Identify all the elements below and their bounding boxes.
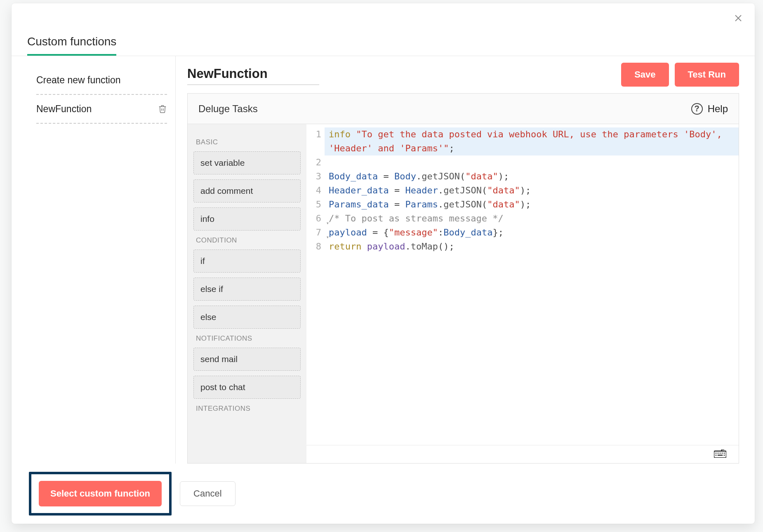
close-icon[interactable] bbox=[733, 13, 743, 23]
code-line[interactable]: 4Header_data = Header.getJSON("data"); bbox=[306, 184, 739, 198]
line-number: 4 bbox=[306, 184, 325, 198]
code-content[interactable]: /* To post as streams message */ bbox=[325, 212, 739, 226]
code-content[interactable]: info "To get the data posted via webhook… bbox=[325, 127, 739, 155]
task-card[interactable]: info bbox=[193, 207, 301, 231]
editor-frame: Deluge Tasks ? Help BASICset variableadd… bbox=[187, 93, 739, 464]
task-card[interactable]: post to chat bbox=[193, 376, 301, 399]
task-card[interactable]: if bbox=[193, 250, 301, 273]
code-content[interactable] bbox=[325, 155, 739, 169]
save-button[interactable]: Save bbox=[621, 63, 669, 87]
select-button-highlight: Select custom function bbox=[29, 472, 172, 516]
code-line[interactable]: 7▾payload = {"message":Body_data}; bbox=[306, 226, 739, 240]
function-item-label: NewFunction bbox=[36, 104, 92, 115]
functions-list: Create new functionNewFunction bbox=[12, 56, 176, 464]
svg-rect-8 bbox=[722, 452, 723, 454]
task-card[interactable]: else if bbox=[193, 278, 301, 301]
code-line[interactable]: 1info "To get the data posted via webhoo… bbox=[306, 127, 739, 155]
cancel-button[interactable]: Cancel bbox=[180, 481, 235, 506]
task-group-heading: CONDITION bbox=[196, 236, 298, 245]
code-line[interactable]: 2 bbox=[306, 155, 739, 169]
code-line[interactable]: 8return payload.toMap(); bbox=[306, 240, 739, 254]
svg-rect-2 bbox=[714, 451, 726, 457]
line-number: 1 bbox=[306, 127, 325, 155]
code-content[interactable]: Body_data = Body.getJSON("data"); bbox=[325, 169, 739, 184]
svg-rect-10 bbox=[716, 454, 717, 456]
task-card[interactable]: send mail bbox=[193, 348, 301, 371]
svg-rect-5 bbox=[716, 452, 717, 454]
task-group-heading: INTEGRATIONS bbox=[196, 405, 298, 413]
svg-rect-11 bbox=[724, 454, 725, 456]
code-content[interactable]: Header_data = Header.getJSON("data"); bbox=[325, 184, 739, 198]
editor-pane: Save Test Run Deluge Tasks ? Help BASICs… bbox=[176, 56, 755, 464]
code-content[interactable]: Params_data = Params.getJSON("data"); bbox=[325, 198, 739, 212]
modal-tabs: Custom functions bbox=[12, 3, 755, 56]
help-label: Help bbox=[708, 103, 728, 115]
code-content[interactable]: return payload.toMap(); bbox=[325, 240, 739, 254]
svg-rect-6 bbox=[718, 452, 719, 454]
code-panel: 1info "To get the data posted via webhoo… bbox=[306, 124, 739, 463]
line-number: 8 bbox=[306, 240, 325, 254]
code-content[interactable]: payload = {"message":Body_data}; bbox=[325, 226, 739, 240]
keyboard-icon[interactable] bbox=[714, 450, 726, 459]
tab-custom-functions[interactable]: Custom functions bbox=[27, 35, 116, 56]
custom-functions-modal: Custom functions Create new functionNewF… bbox=[12, 3, 755, 524]
line-number: 7▾ bbox=[306, 226, 325, 240]
line-number: 3 bbox=[306, 169, 325, 184]
test-run-button[interactable]: Test Run bbox=[675, 63, 739, 87]
trash-icon[interactable] bbox=[158, 104, 167, 113]
task-group-heading: NOTIFICATIONS bbox=[196, 334, 298, 343]
task-card[interactable]: set variable bbox=[193, 151, 301, 174]
modal-footer: Select custom function Cancel bbox=[12, 464, 755, 524]
task-card[interactable]: add comment bbox=[193, 179, 301, 202]
help-button[interactable]: ? Help bbox=[691, 103, 728, 115]
code-editor[interactable]: 1info "To get the data posted via webhoo… bbox=[306, 124, 739, 445]
svg-rect-12 bbox=[718, 454, 723, 456]
help-icon: ? bbox=[691, 103, 703, 115]
code-line[interactable]: 5Params_data = Params.getJSON("data"); bbox=[306, 198, 739, 212]
code-line[interactable]: 6▾/* To post as streams message */ bbox=[306, 212, 739, 226]
select-custom-function-button[interactable]: Select custom function bbox=[39, 481, 162, 506]
task-group-heading: BASIC bbox=[196, 138, 298, 146]
svg-rect-9 bbox=[724, 452, 725, 454]
task-panel: BASICset variableadd commentinfoCONDITIO… bbox=[188, 124, 306, 463]
task-card[interactable]: else bbox=[193, 306, 301, 329]
create-new-function[interactable]: Create new function bbox=[36, 66, 167, 95]
code-line[interactable]: 3Body_data = Body.getJSON("data"); bbox=[306, 169, 739, 184]
function-item[interactable]: NewFunction bbox=[36, 95, 167, 124]
editor-title: Deluge Tasks bbox=[198, 103, 258, 115]
line-number: 5 bbox=[306, 198, 325, 212]
svg-rect-7 bbox=[720, 452, 721, 454]
line-number: 6▾ bbox=[306, 212, 325, 226]
fold-arrow-icon[interactable]: ▾ bbox=[326, 230, 329, 244]
line-number: 2 bbox=[306, 155, 325, 169]
fold-arrow-icon[interactable]: ▾ bbox=[326, 216, 329, 230]
function-name-input[interactable] bbox=[187, 65, 319, 85]
function-item-label: Create new function bbox=[36, 75, 121, 86]
